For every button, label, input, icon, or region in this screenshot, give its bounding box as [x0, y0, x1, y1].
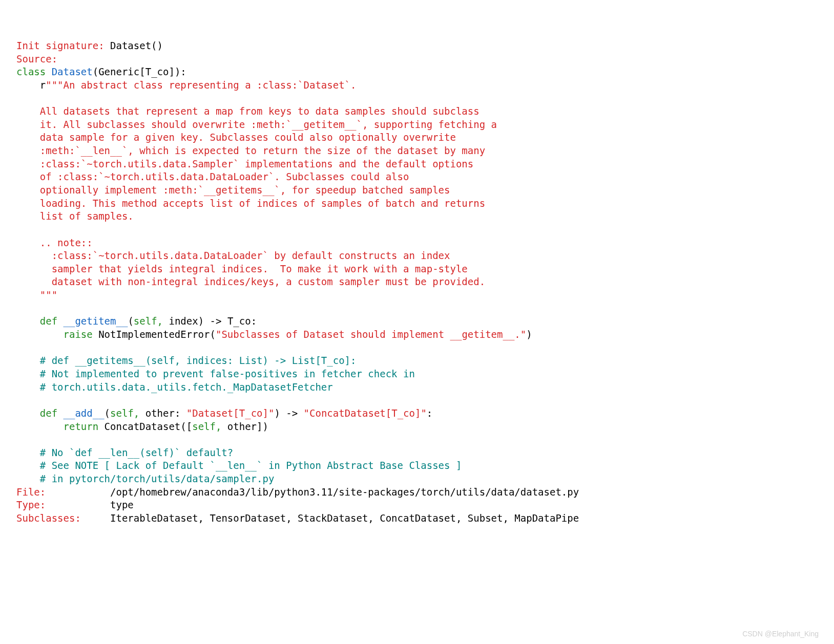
docstring-line: data sample for a given key. Subclasses …	[16, 132, 456, 143]
docstring-line: sampler that yields integral indices. To…	[16, 263, 468, 274]
comment-line: # No `def __len__(self)` default?	[16, 447, 233, 458]
file-label: File:	[16, 486, 46, 498]
code-block: Init signature: Dataset() Source: class …	[16, 39, 818, 525]
kw-def: def	[40, 407, 57, 419]
docstring-line: loading. This method accepts list of ind…	[16, 198, 485, 209]
error-msg: "Subclasses of Dataset should implement …	[216, 329, 526, 340]
init-sig-value: Dataset()	[105, 40, 163, 51]
type-value: type	[46, 499, 134, 510]
kw-class: class	[16, 66, 46, 77]
subclasses-value: IterableDataset, TensorDataset, StackDat…	[81, 512, 579, 524]
class-name: Dataset	[46, 66, 93, 77]
docstring-line: list of samples.	[16, 210, 134, 222]
docstring-end: """	[16, 289, 57, 300]
docstring-line: :class:`~torch.utils.data.DataLoader` by…	[16, 250, 450, 261]
comment-line: # See NOTE [ Lack of Default `__len__` i…	[16, 460, 462, 471]
docstring-line: """An abstract class representing a :cla…	[46, 79, 356, 91]
docstring-line: .. note::	[16, 237, 93, 248]
docstring-line: optionally implement :meth:`__getitems__…	[16, 184, 450, 196]
docstring-line: All datasets that represent a map from k…	[16, 105, 479, 117]
type-label: Type:	[16, 499, 46, 510]
comment-line: # torch.utils.data._utils.fetch._MapData…	[16, 381, 333, 393]
docstring-line: it. All subclasses should overwrite :met…	[16, 119, 497, 130]
fn-getitem: __getitem__	[57, 315, 128, 327]
comment-line: # in pytorch/torch/utils/data/sampler.py	[16, 473, 274, 484]
kw-raise: raise	[64, 329, 93, 340]
fn-add: __add__	[57, 407, 105, 419]
kw-def: def	[40, 315, 57, 327]
comment-line: # Not implemented to prevent false-posit…	[16, 368, 415, 379]
docstring-line: :class:`~torch.utils.data.Sampler` imple…	[16, 158, 473, 169]
subclasses-label: Subclasses:	[16, 512, 81, 524]
comment-line: # def __getitems__(self, indices: List) …	[16, 355, 356, 366]
file-value: /opt/homebrew/anaconda3/lib/python3.11/s…	[46, 486, 579, 498]
docstring-line: of :class:`~torch.utils.data.DataLoader`…	[16, 171, 409, 182]
docstring-line: :meth:`__len__`, which is expected to re…	[16, 145, 485, 156]
source-label: Source:	[16, 53, 57, 65]
kw-return: return	[64, 421, 99, 432]
init-sig-label: Init signature:	[16, 40, 105, 51]
docstring-line: dataset with non-integral indices/keys, …	[16, 276, 485, 287]
